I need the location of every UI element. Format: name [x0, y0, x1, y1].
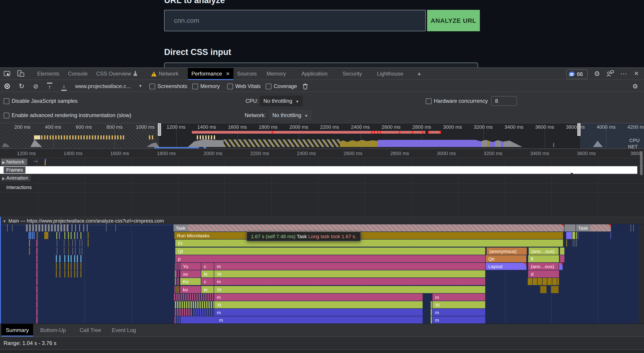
collapse-icon[interactable]: ▼: [3, 219, 6, 223]
flame-bar[interactable]: [26, 224, 69, 231]
tab-console[interactable]: Console: [68, 68, 88, 80]
tab-call-tree[interactable]: Call Tree: [80, 324, 101, 337]
flame-bar-m[interactable]: m: [432, 316, 485, 324]
tab-performance[interactable]: Performance✕: [188, 68, 234, 80]
coverage-checkbox[interactable]: [266, 83, 272, 89]
advanced-rendering-checkbox[interactable]: [4, 113, 10, 118]
advanced-rendering-label[interactable]: Enable advanced rendering instrumentatio…: [12, 110, 131, 121]
tab-event-log[interactable]: Event Log: [112, 324, 136, 337]
reload-record-icon[interactable]: ↻: [19, 80, 24, 92]
flame-bar[interactable]: [566, 232, 572, 239]
flame-bar-ft[interactable]: ft: [528, 255, 559, 262]
vertical-scrollbar[interactable]: [640, 151, 643, 175]
flame-bar[interactable]: [564, 224, 576, 231]
track-animation[interactable]: ▶Animation: [1, 175, 31, 181]
save-profile-icon[interactable]: ↓: [61, 83, 67, 91]
coverage-label[interactable]: Coverage: [274, 80, 297, 92]
network-request-mark[interactable]: [45, 161, 46, 165]
flame-bar[interactable]: [572, 232, 575, 239]
main-track-header[interactable]: ▼Main — https://www.projectwallace.com/a…: [0, 217, 644, 224]
disable-js-label[interactable]: Disable JavaScript samples: [12, 96, 78, 106]
flame-bar[interactable]: [633, 224, 634, 231]
flame-bar[interactable]: [431, 309, 432, 316]
flame-bar-xo[interactable]: xo: [180, 270, 201, 278]
track-frames-row[interactable]: Frames: [0, 166, 637, 174]
network-throttling-select[interactable]: No throttling▼: [269, 110, 312, 121]
inspect-icon[interactable]: [4, 71, 11, 78]
flame-bar-xt[interactable]: Xt: [432, 301, 485, 308]
more-options-icon[interactable]: ⋯: [619, 69, 629, 79]
flame-bar[interactable]: [174, 294, 214, 301]
tab-security[interactable]: Security: [342, 68, 362, 80]
flame-bar-qt[interactable]: Qt: [175, 248, 485, 255]
flame-bar[interactable]: [559, 263, 562, 270]
tab-network[interactable]: Network: [159, 68, 178, 80]
flame-bar[interactable]: [630, 224, 631, 231]
timeline-overview[interactable]: 200 ms400 ms600 ms800 ms1000 ms1200 ms14…: [0, 123, 644, 149]
memory-checkbox[interactable]: [192, 83, 198, 89]
flame-bar-runmicrotasks[interactable]: Run Microtasks: [174, 232, 563, 239]
flame-bar-c[interactable]: c: [201, 278, 214, 285]
tab-lighthouse[interactable]: Lighthouse: [377, 68, 403, 80]
flame-bar-qe[interactable]: Qe: [486, 255, 526, 262]
feedback-icon[interactable]: [606, 70, 614, 77]
issues-badge[interactable]: 66: [566, 69, 588, 79]
flame-bar-le[interactable]: le: [201, 270, 214, 278]
device-toolbar-icon[interactable]: [17, 70, 24, 77]
url-input[interactable]: cnn.com: [164, 10, 426, 31]
flame-bar-xt[interactable]: Xt: [214, 286, 485, 293]
track-interactions[interactable]: Interactions: [6, 184, 32, 191]
flame-bar-ke[interactable]: Ke: [180, 278, 201, 285]
flame-bar-d[interactable]: d: [528, 270, 559, 278]
web-vitals-label[interactable]: Web Vitals: [235, 80, 261, 92]
record-icon[interactable]: [4, 83, 10, 89]
flame-bar-m[interactable]: m: [214, 294, 422, 301]
tab-elements[interactable]: Elements: [37, 68, 60, 80]
flame-bar-m[interactable]: m: [214, 309, 422, 316]
flame-bar-task[interactable]: Task: [576, 224, 611, 231]
flame-bar-le[interactable]: le: [201, 286, 214, 293]
settings-gear-icon[interactable]: ⚙: [592, 69, 602, 79]
flame-bar-yu[interactable]: Yu: [180, 263, 201, 270]
clear-icon[interactable]: ⊘: [33, 80, 38, 92]
add-tab-icon[interactable]: +: [417, 68, 421, 80]
web-vitals-checkbox[interactable]: [227, 83, 233, 89]
flame-bar-anoous[interactable]: (ano…ous): [528, 248, 558, 255]
flame-bar-m[interactable]: m: [432, 294, 485, 301]
close-tab-icon[interactable]: ✕: [226, 71, 230, 76]
selection-handle-right[interactable]: [577, 123, 580, 136]
screenshots-checkbox[interactable]: [149, 83, 155, 89]
network-request-mark[interactable]: [45, 159, 46, 161]
tab-css-overview[interactable]: CSS Overview: [96, 68, 137, 80]
disable-js-checkbox[interactable]: [4, 98, 10, 104]
flame-bar[interactable]: [175, 316, 180, 324]
flame-bar-xt[interactable]: Xt: [214, 301, 422, 308]
tab-memory[interactable]: Memory: [266, 68, 286, 80]
trash-icon[interactable]: [302, 83, 308, 89]
css-textarea[interactable]: [164, 62, 478, 67]
tab-bottom-up[interactable]: Bottom-Up: [40, 324, 66, 337]
profile-select[interactable]: www.projectwallace.c...: [75, 80, 130, 92]
flame-bar[interactable]: [566, 240, 567, 247]
flame-bar[interactable]: [560, 248, 564, 255]
tab-application[interactable]: Application: [302, 68, 328, 80]
flame-bar-ko[interactable]: ko: [180, 286, 201, 293]
flame-bar-xt[interactable]: Xt: [214, 270, 485, 278]
hardware-concurrency-checkbox[interactable]: [426, 98, 432, 104]
flame-bar-m[interactable]: m: [181, 316, 422, 324]
flame-bar[interactable]: [551, 286, 558, 293]
cpu-throttling-select[interactable]: No throttling▼: [260, 96, 302, 106]
flame-bar[interactable]: [175, 301, 214, 308]
flame-bar-c[interactable]: c: [201, 263, 214, 270]
load-profile-icon[interactable]: ↑: [47, 83, 52, 91]
flame-bar-layout[interactable]: Layout: [486, 263, 526, 270]
profile-caret-icon[interactable]: ▼: [139, 80, 142, 92]
flame-bar[interactable]: [175, 309, 193, 316]
flame-bar[interactable]: [528, 278, 559, 285]
hardware-concurrency-label[interactable]: Hardware concurrency: [434, 96, 488, 106]
flame-bar-task[interactable]: Task: [174, 224, 564, 231]
flame-bar[interactable]: [560, 255, 564, 262]
screenshots-label[interactable]: Screenshots: [158, 80, 187, 92]
flame-bar[interactable]: [193, 309, 214, 316]
flame-bar[interactable]: [540, 286, 546, 293]
